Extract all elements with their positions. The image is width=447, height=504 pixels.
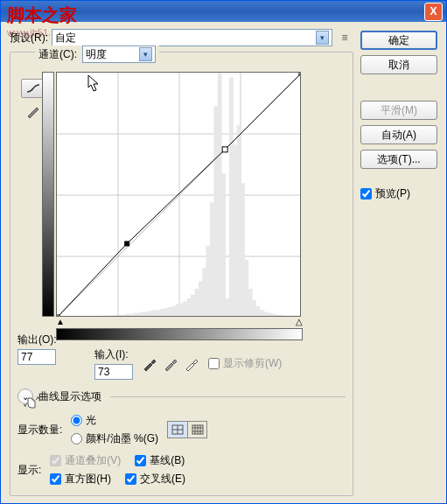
svg-rect-60 <box>263 312 268 317</box>
svg-rect-67 <box>290 316 295 317</box>
svg-rect-35 <box>168 307 172 317</box>
white-point-slider[interactable]: △ <box>296 317 303 326</box>
show-clipping-checkbox[interactable]: 显示修剪(W) <box>208 356 282 371</box>
svg-rect-27 <box>137 313 142 317</box>
svg-rect-72 <box>222 147 227 152</box>
svg-rect-53 <box>237 125 241 317</box>
black-point-slider[interactable]: ▲ <box>56 317 65 326</box>
svg-rect-18 <box>103 316 108 317</box>
preset-value: 自定 <box>55 31 76 46</box>
svg-rect-30 <box>149 311 153 317</box>
svg-rect-49 <box>221 173 226 317</box>
preset-menu-icon[interactable]: ≡ <box>336 30 353 46</box>
options-button[interactable]: 选项(T)... <box>360 150 437 169</box>
ok-button[interactable]: 确定 <box>360 31 437 50</box>
black-eyedropper-icon[interactable] <box>142 356 157 372</box>
svg-rect-43 <box>199 281 203 317</box>
channel-select[interactable]: 明度 ▾ <box>82 46 156 63</box>
svg-rect-28 <box>141 312 145 317</box>
curve-display-options-label: 曲线显示选项 <box>38 389 101 404</box>
svg-rect-36 <box>171 306 176 317</box>
svg-rect-55 <box>244 260 248 317</box>
svg-rect-63 <box>275 315 279 317</box>
output-gradient <box>42 72 54 317</box>
svg-rect-23 <box>122 315 126 317</box>
svg-rect-29 <box>145 312 150 317</box>
svg-rect-71 <box>124 241 129 246</box>
pigment-radio[interactable]: 颜料/油墨 %(G) <box>71 431 158 446</box>
svg-rect-59 <box>260 310 264 317</box>
svg-rect-46 <box>210 202 214 317</box>
preset-select[interactable]: 自定 ▾ <box>52 29 332 46</box>
input-input[interactable] <box>94 364 133 380</box>
svg-rect-47 <box>213 106 218 317</box>
cancel-button[interactable]: 取消 <box>360 55 437 74</box>
channel-overlay-checkbox[interactable]: 通道叠加(V) <box>50 453 121 468</box>
svg-rect-31 <box>152 310 157 317</box>
light-radio[interactable]: 光 <box>71 413 158 428</box>
svg-rect-32 <box>157 310 161 317</box>
svg-rect-62 <box>271 314 276 317</box>
svg-rect-21 <box>115 315 119 317</box>
svg-rect-52 <box>233 144 237 317</box>
svg-rect-19 <box>107 316 111 317</box>
svg-rect-22 <box>118 315 122 317</box>
intersection-checkbox[interactable]: 交叉线(E) <box>125 472 185 486</box>
show-label: 显示: <box>17 463 41 478</box>
preview-checkbox[interactable]: 预览(P) <box>360 186 437 201</box>
curves-dialog: 脚本之家 www.jb51.net X 预设(R): 自定 ▾ ≡ 通道(C): <box>0 0 447 504</box>
svg-rect-40 <box>187 298 192 317</box>
chevron-down-icon: ▾ <box>139 47 152 61</box>
targeted-adjust-tool[interactable] <box>21 392 42 411</box>
svg-rect-24 <box>126 314 130 317</box>
chevron-down-icon: ▾ <box>316 31 329 45</box>
svg-rect-74 <box>299 73 301 75</box>
svg-rect-20 <box>110 316 115 317</box>
output-input[interactable] <box>17 349 56 365</box>
titlebar: 脚本之家 www.jb51.net X <box>1 1 446 22</box>
channel-label: 通道(C): <box>38 47 77 62</box>
baseline-checkbox[interactable]: 基线(B) <box>135 453 185 468</box>
svg-rect-58 <box>256 306 261 317</box>
svg-rect-25 <box>129 314 134 317</box>
svg-rect-73 <box>57 315 59 317</box>
input-gradient <box>56 328 303 340</box>
svg-rect-33 <box>160 309 164 317</box>
histogram-checkbox[interactable]: 直方图(H) <box>50 472 111 486</box>
svg-rect-57 <box>252 300 256 317</box>
svg-rect-65 <box>283 316 287 317</box>
svg-rect-64 <box>279 315 283 317</box>
svg-rect-66 <box>287 316 291 317</box>
svg-rect-61 <box>268 313 272 317</box>
svg-rect-51 <box>229 77 234 317</box>
curves-group: 通道(C): 明度 ▾ <box>10 52 353 496</box>
gray-eyedropper-icon[interactable] <box>163 356 178 372</box>
svg-rect-41 <box>191 295 195 317</box>
svg-rect-39 <box>183 301 187 317</box>
svg-rect-48 <box>218 73 222 317</box>
curve-graph[interactable] <box>56 72 301 317</box>
close-button[interactable]: X <box>424 3 443 21</box>
svg-rect-50 <box>226 298 230 317</box>
grid-coarse-icon[interactable] <box>168 422 187 438</box>
grid-fine-icon[interactable] <box>187 422 206 438</box>
svg-rect-45 <box>206 246 211 317</box>
svg-rect-26 <box>134 313 138 317</box>
svg-rect-44 <box>202 268 206 317</box>
smooth-button[interactable]: 平滑(M) <box>360 101 437 120</box>
svg-rect-56 <box>248 289 253 317</box>
white-eyedropper-icon[interactable] <box>184 356 199 372</box>
svg-rect-54 <box>241 183 245 317</box>
channel-value: 明度 <box>86 47 107 62</box>
output-label: 输出(O): <box>17 332 57 347</box>
grid-size-toggle[interactable] <box>167 421 207 438</box>
svg-rect-42 <box>195 289 199 317</box>
svg-rect-38 <box>179 304 184 317</box>
preset-label: 预设(R): <box>10 31 48 46</box>
input-label: 输入(I): <box>94 347 133 362</box>
svg-rect-37 <box>176 304 180 317</box>
auto-button[interactable]: 自动(A) <box>360 125 437 144</box>
svg-rect-34 <box>164 308 169 317</box>
show-amount-label: 显示数量: <box>17 423 62 438</box>
